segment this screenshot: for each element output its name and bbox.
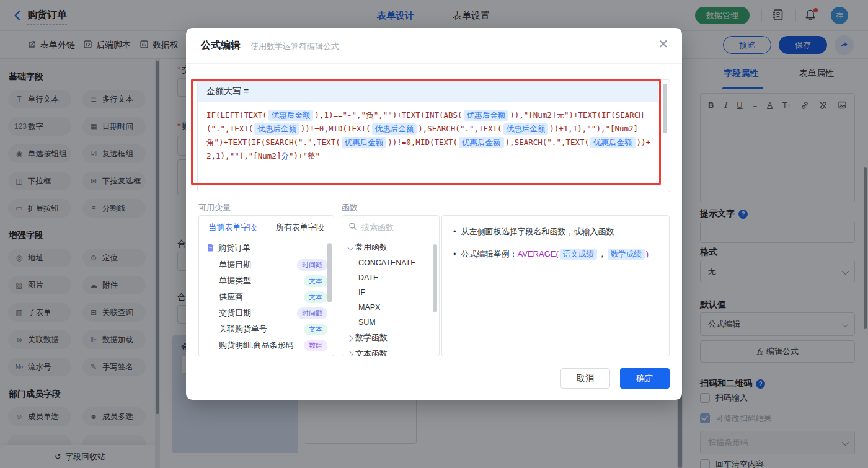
variable-label: 单据类型 bbox=[219, 275, 251, 286]
bullet-icon: • bbox=[453, 248, 456, 260]
formula-token: ))!=0,MID(TEXT( bbox=[388, 138, 458, 147]
variable-row[interactable] bbox=[199, 353, 334, 356]
dialog-subtitle: 使用数学运算符编辑公式 bbox=[250, 41, 339, 52]
function-group[interactable]: 文本函数 bbox=[342, 346, 439, 356]
chevron-right-icon bbox=[347, 350, 352, 357]
tip-line: •公式编辑举例：AVERAGE(语文成绩，数学成绩) bbox=[453, 248, 658, 260]
tree-root-row[interactable]: 购货订单 bbox=[199, 239, 334, 257]
tip-text: 公式编辑举例：AVERAGE(语文成绩，数学成绩) bbox=[461, 248, 649, 260]
functions-panel: 搜索函数 常用函数CONCATENATEDATEIFMAPXSUM数学函数文本函… bbox=[342, 215, 440, 356]
variable-label: 购货明细.商品条形码 bbox=[219, 340, 294, 351]
function-item[interactable]: DATE bbox=[342, 270, 439, 285]
confirm-button[interactable]: 确定 bbox=[620, 368, 670, 389]
function-search[interactable]: 搜索函数 bbox=[342, 216, 439, 239]
formula-scrollbar[interactable] bbox=[663, 84, 667, 133]
variable-type-badge: 文本 bbox=[304, 291, 327, 303]
function-item[interactable]: CONCATENATE bbox=[342, 255, 439, 270]
variable-label: 交货日期 bbox=[219, 307, 251, 319]
tip-line: •从左侧面板选择字段名和函数，或输入函数 bbox=[453, 226, 658, 238]
functions-section-label: 函数 bbox=[342, 202, 358, 213]
variable-row[interactable]: 交货日期时间戳 bbox=[199, 305, 334, 321]
tip-token: 从左侧面板选择字段名和函数，或输入函数 bbox=[461, 227, 614, 236]
formula-token: ")+"整" bbox=[289, 151, 320, 161]
field-chip: 语文成绩 bbox=[560, 249, 597, 260]
field-chip[interactable]: 优惠后金额 bbox=[464, 110, 509, 121]
variable-type-badge: 文本 bbox=[304, 324, 327, 335]
formula-edit-dialog: 公式编辑 使用数学运算符编辑公式 ✕ 金额大写 = IF(LEFT(TEXT(优… bbox=[186, 28, 682, 400]
chevron-right-icon bbox=[347, 333, 352, 343]
tips-panel: •从左侧面板选择字段名和函数，或输入函数•公式编辑举例：AVERAGE(语文成绩… bbox=[441, 215, 670, 356]
tree-root-label: 购货订单 bbox=[218, 242, 250, 254]
formula-token: ))!=0,MID(TEXT( bbox=[301, 124, 371, 133]
bullet-icon: • bbox=[453, 226, 456, 238]
function-item[interactable]: SUM bbox=[342, 315, 439, 330]
tip-token: ， bbox=[598, 249, 606, 258]
formula-target-field: 金额大写 = bbox=[198, 80, 658, 102]
variable-tabs: 当前表单字段所有表单字段 bbox=[199, 216, 334, 239]
formula-token: ),SEARCH(".",TEXT( bbox=[418, 124, 502, 133]
chevron-down-icon bbox=[347, 243, 352, 252]
tip-token: 公式编辑举例： bbox=[461, 249, 518, 258]
function-group-label: 文本函数 bbox=[355, 348, 388, 356]
field-chip[interactable]: 优惠后金额 bbox=[503, 123, 549, 135]
variables-section-label: 可用变量 bbox=[198, 202, 231, 213]
variable-type-badge: 时间戳 bbox=[297, 307, 327, 319]
search-placeholder: 搜索函数 bbox=[361, 222, 394, 233]
variables-scrollbar[interactable] bbox=[327, 243, 332, 302]
tip-text: 从左侧面板选择字段名和函数，或输入函数 bbox=[461, 226, 614, 238]
formula-editor[interactable]: 金额大写 = IF(LEFT(TEXT(优惠后金额),1)=="-","负","… bbox=[197, 79, 670, 192]
variable-row[interactable]: 关联购货单号文本 bbox=[199, 321, 334, 337]
variable-label: 供应商 bbox=[219, 291, 243, 302]
variable-type-badge: 文本 bbox=[304, 275, 327, 287]
variable-type-badge: 时间戳 bbox=[297, 259, 327, 271]
variable-label: 单据日期 bbox=[219, 259, 251, 270]
function-group-label: 常用函数 bbox=[355, 242, 388, 253]
formula-expression[interactable]: IF(LEFT(TEXT(优惠后金额),1)=="-","负","")+TEXT… bbox=[198, 102, 670, 169]
search-icon bbox=[348, 222, 357, 233]
cancel-button[interactable]: 取消 bbox=[560, 368, 610, 389]
document-icon bbox=[206, 243, 215, 254]
formula-token: ),1)=="-","负","")+TEXT(INT(ABS( bbox=[314, 110, 462, 120]
function-group[interactable]: 常用函数 bbox=[342, 239, 439, 255]
field-chip: 数学成绩 bbox=[608, 249, 645, 260]
app-screen: 购货订单 表单设计 表单设置 数据管理 存 表单外链 后端脚本 数据权 预览 保… bbox=[0, 0, 868, 468]
tip-token: AVERAGE( bbox=[518, 249, 559, 258]
variable-tab[interactable]: 所有表单字段 bbox=[267, 216, 334, 239]
function-item[interactable]: MAPX bbox=[342, 300, 439, 315]
variable-label: 关联购货单号 bbox=[219, 324, 267, 335]
variable-row[interactable]: 单据日期时间戳 bbox=[199, 257, 334, 273]
variable-tab[interactable]: 当前表单字段 bbox=[199, 216, 267, 239]
variables-panel: 当前表单字段所有表单字段 购货订单 单据日期时间戳单据类型文本供应商文本交货日期… bbox=[198, 215, 334, 356]
field-chip[interactable]: 优惠后金额 bbox=[372, 123, 417, 135]
function-group-label: 数学函数 bbox=[355, 332, 388, 343]
formula-token: ),SEARCH(".",TEXT( bbox=[505, 138, 589, 147]
formula-token: 分 bbox=[281, 151, 289, 161]
formula-token: IF(LEFT(TEXT( bbox=[206, 110, 267, 120]
function-group[interactable]: 数学函数 bbox=[342, 330, 439, 346]
variable-type-badge: 数组 bbox=[304, 340, 327, 351]
variable-row[interactable]: 购货明细.商品条形码数组 bbox=[199, 337, 334, 353]
tip-token: ) bbox=[646, 249, 649, 258]
functions-scrollbar[interactable] bbox=[433, 244, 437, 312]
variable-row[interactable]: 供应商文本 bbox=[199, 289, 334, 305]
field-chip[interactable]: 优惠后金额 bbox=[590, 137, 636, 148]
function-item[interactable]: IF bbox=[342, 285, 439, 300]
dialog-title: 公式编辑 bbox=[201, 39, 241, 52]
field-chip[interactable]: 优惠后金额 bbox=[268, 110, 314, 121]
field-chip[interactable]: 优惠后金额 bbox=[459, 137, 504, 148]
field-chip[interactable]: 优惠后金额 bbox=[342, 137, 387, 148]
variable-row[interactable]: 单据类型文本 bbox=[199, 273, 334, 289]
field-chip[interactable]: 优惠后金额 bbox=[254, 123, 299, 135]
close-icon[interactable]: ✕ bbox=[658, 38, 668, 50]
dialog-header: 公式编辑 使用数学运算符编辑公式 ✕ bbox=[186, 28, 682, 64]
